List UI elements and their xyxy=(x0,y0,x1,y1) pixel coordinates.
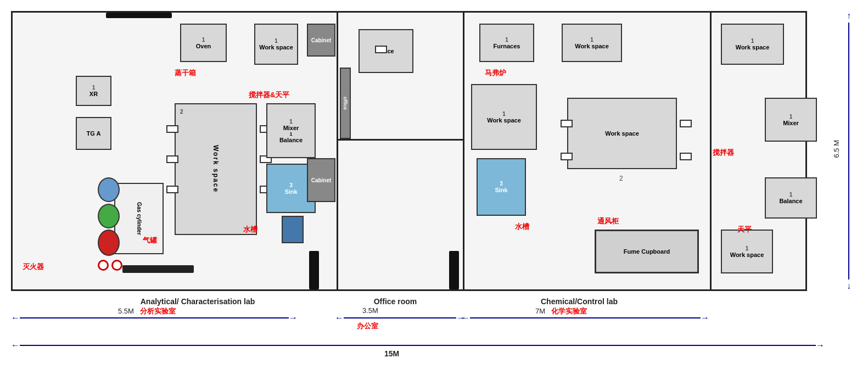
label-balance-cn: 天平 xyxy=(737,224,752,234)
office-room-label: Office room xyxy=(335,297,456,306)
fume-cupboard: Fume Cupboard xyxy=(595,230,699,273)
workspace-chem-center: 1 Work space xyxy=(471,84,537,150)
gas-circle-green xyxy=(98,204,120,228)
divider-office-chemical xyxy=(463,13,464,289)
extinguisher-bar xyxy=(122,265,194,273)
gas-circle-red xyxy=(98,230,120,256)
workspace-chem-2: 1 Work space xyxy=(721,24,784,65)
label-furnace-cn: 马弗炉 xyxy=(485,68,506,78)
label-mixer-balance-cn: 搅拌器&天平 xyxy=(249,90,289,100)
window-w2-left-1 xyxy=(166,125,178,133)
workspace-chem-bottom: 1 Work space xyxy=(721,230,773,273)
extinguisher-area xyxy=(98,260,122,271)
balance-chem-box: 1 Balance xyxy=(765,177,817,219)
dim-total-value: 15M xyxy=(384,349,399,358)
chemical-lab-label: Chemical/Control lab xyxy=(461,297,697,306)
extinguisher-circle-2 xyxy=(111,260,122,271)
dim-office-value: 3.5M xyxy=(362,306,378,315)
label-sink1-cn: 水槽 xyxy=(243,224,257,234)
workspace-2-analytical: 2 Work space xyxy=(175,103,257,235)
window-w2-left-2 xyxy=(166,155,178,163)
floor-plan: 1 XR TG A 1 Oven 1 Work space Cabinet 2 … xyxy=(11,11,807,291)
door-bar-bottom-2 xyxy=(449,251,459,289)
dim-height-value: 6.5 M xyxy=(832,140,841,158)
dim-analytical-value: 5.5M 分析实验室 xyxy=(118,306,176,316)
divider-chemical-right xyxy=(710,13,712,289)
label-mixer-cn: 搅拌器 xyxy=(713,147,734,158)
sink-chemical: 3 Sink xyxy=(477,158,526,216)
label-ext-cn: 灭火器 xyxy=(23,261,44,272)
office-side-box: office xyxy=(340,68,351,139)
wchem-window-1 xyxy=(561,120,573,127)
cabinet-middle: Cabinet xyxy=(307,158,335,202)
oven-box: 1 Oven xyxy=(180,24,227,62)
office-window-1 xyxy=(375,46,387,53)
dim-total: ← → xyxy=(11,340,825,350)
cabinet-top: Cabinet xyxy=(307,24,335,57)
floor-plan-container: 1 XR TG A 1 Oven 1 Work space Cabinet 2 … xyxy=(0,0,868,369)
window-w2-left-3 xyxy=(166,186,178,193)
divider-analytical-office xyxy=(337,13,338,289)
office-divider-h xyxy=(338,139,463,141)
wchem-window-3 xyxy=(561,153,573,160)
workspace-chem-large: Work space xyxy=(567,98,677,169)
dim-height: ↑ ↓ xyxy=(841,11,857,291)
door-bar-bottom-1 xyxy=(309,251,319,289)
gas-circle-blue xyxy=(98,177,120,202)
mixer-balance-box: 1 Mixer 1 Balance xyxy=(266,103,316,158)
workspace-chem-1: 1 Work space xyxy=(562,24,622,62)
wchem-window-2 xyxy=(680,120,692,127)
label-fume-cn: 通风柜 xyxy=(597,216,619,226)
dim-office: ← → xyxy=(335,313,465,323)
extinguisher-circle-1 xyxy=(98,260,109,271)
dim-office-cn: 办公室 xyxy=(357,321,378,331)
label-oven-cn: 蒸干箱 xyxy=(175,68,196,78)
xr-box: 1 XR xyxy=(76,76,111,106)
workspace-1-analytical: 1 Work space xyxy=(254,24,298,65)
dim-chemical-value: 7M 化学实验室 xyxy=(535,306,587,316)
mixer-chem-box: 1 Mixer xyxy=(765,98,817,142)
tg-box: TG A xyxy=(76,117,111,150)
label-sink2-cn: 水槽 xyxy=(515,221,529,232)
door-bar-top xyxy=(106,13,172,18)
furnaces-box: 1 Furnaces xyxy=(479,24,534,62)
workspace-num-2: 2 xyxy=(619,175,623,182)
analytical-lab-label: Analytical/ Characterisation lab xyxy=(60,297,335,306)
label-gas-cn: 气罐 xyxy=(143,235,157,245)
sink-bottom-box xyxy=(282,216,304,243)
wchem-window-4 xyxy=(680,153,692,160)
